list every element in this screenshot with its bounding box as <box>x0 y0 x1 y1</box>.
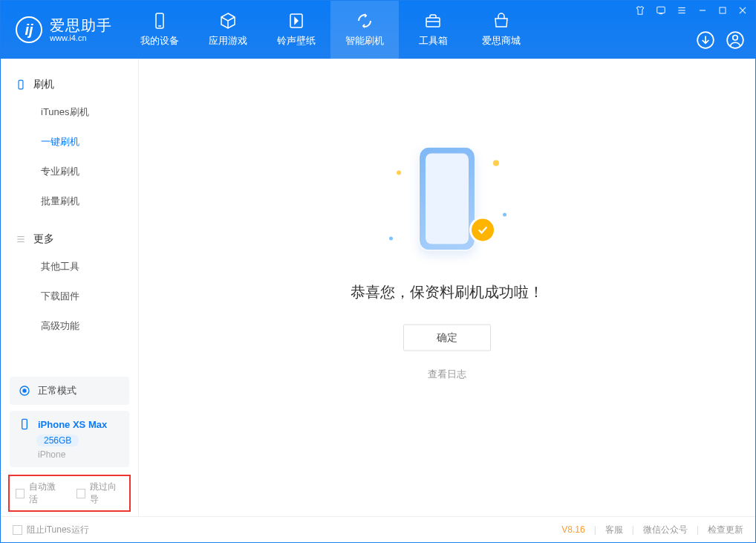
device-small-icon <box>19 418 30 430</box>
sidebar-item-pro[interactable]: 专业刷机 <box>1 157 138 186</box>
update-link[interactable]: 检查更新 <box>708 524 743 536</box>
success-illustration <box>380 140 514 259</box>
wallpaper-icon <box>287 12 305 30</box>
app-body: 刷机 iTunes刷机 一键刷机 专业刷机 批量刷机 更多 其他工具 下载固件 … <box>1 59 755 516</box>
footer-right: V8.16 | 客服 | 微信公众号 | 检查更新 <box>561 524 743 536</box>
sidebar-item-onekey[interactable]: 一键刷机 <box>1 127 138 157</box>
sidebar-item-other[interactable]: 其他工具 <box>1 252 138 282</box>
logo-icon: ij <box>16 16 42 43</box>
phone-icon <box>16 79 26 90</box>
download-icon[interactable] <box>696 30 715 50</box>
auto-activate-checkbox[interactable]: 自动激活 <box>16 481 63 506</box>
window-controls <box>635 5 748 16</box>
options-row: 自动激活 跳过向导 <box>8 475 131 512</box>
sidebar-item-itunes[interactable]: iTunes刷机 <box>1 97 138 127</box>
version-label: V8.16 <box>561 524 584 535</box>
device-icon <box>151 12 169 30</box>
user-icon[interactable] <box>726 30 745 50</box>
header-actions <box>696 30 745 50</box>
phone-illustration-icon <box>419 147 475 251</box>
app-title: 爱思助手 <box>50 17 112 33</box>
toolbox-icon <box>424 12 442 30</box>
svg-rect-9 <box>720 7 726 13</box>
view-log-link[interactable]: 查看日志 <box>351 368 544 381</box>
feedback-icon[interactable] <box>656 5 666 16</box>
svg-rect-4 <box>657 7 665 13</box>
list-icon <box>16 234 26 244</box>
block-itunes-checkbox[interactable]: 阻止iTunes运行 <box>13 524 89 536</box>
dot-icon <box>503 213 506 217</box>
svg-rect-3 <box>426 18 440 27</box>
footer: 阻止iTunes运行 V8.16 | 客服 | 微信公众号 | 检查更新 <box>1 516 755 542</box>
svg-point-14 <box>733 36 738 41</box>
nav-flash[interactable]: 智能刷机 <box>330 1 399 59</box>
nav-device[interactable]: 我的设备 <box>126 1 194 59</box>
store-icon <box>492 12 510 30</box>
sparkle-icon <box>397 171 401 175</box>
cube-icon <box>219 12 237 30</box>
logo-text: 爱思助手 www.i4.cn <box>50 17 112 42</box>
success-panel: 恭喜您，保资料刷机成功啦！ 确定 查看日志 <box>351 140 544 381</box>
sidebar-item-batch[interactable]: 批量刷机 <box>1 186 138 216</box>
checkmark-icon <box>469 217 496 244</box>
svg-rect-21 <box>22 419 27 429</box>
footer-left: 阻止iTunes运行 <box>13 524 89 536</box>
app-header: ij 爱思助手 www.i4.cn 我的设备 应用游戏 铃声壁纸 智能刷机 工具… <box>1 1 755 59</box>
logo-area: ij 爱思助手 www.i4.cn <box>1 1 126 59</box>
device-type: iPhone <box>38 449 120 460</box>
main-content: 恭喜您，保资料刷机成功啦！ 确定 查看日志 <box>139 59 755 516</box>
sidebar-item-advanced[interactable]: 高级功能 <box>1 311 138 341</box>
dot-icon <box>389 237 393 241</box>
wechat-link[interactable]: 微信公众号 <box>643 524 688 536</box>
mode-label: 正常模式 <box>38 384 76 397</box>
nav-tools[interactable]: 工具箱 <box>399 1 467 59</box>
sidebar-bottom: 正常模式 iPhone XS Max 256GB iPhone 自动激活 跳过向… <box>1 371 138 516</box>
mode-icon <box>19 385 30 397</box>
shirt-icon[interactable] <box>635 5 645 16</box>
mode-card[interactable]: 正常模式 <box>10 377 129 405</box>
ok-button[interactable]: 确定 <box>403 325 491 351</box>
refresh-icon <box>356 12 374 30</box>
device-name: iPhone XS Max <box>38 419 107 430</box>
svg-point-20 <box>23 389 26 392</box>
device-top: iPhone XS Max <box>19 418 120 430</box>
sidebar-item-firmware[interactable]: 下载固件 <box>1 282 138 311</box>
close-icon[interactable] <box>737 5 748 16</box>
nav-store[interactable]: 爱思商城 <box>467 1 535 59</box>
section-flash: 刷机 <box>1 72 138 97</box>
success-message: 恭喜您，保资料刷机成功啦！ <box>351 282 544 302</box>
app-site: www.i4.cn <box>50 33 112 42</box>
nav-tabs: 我的设备 应用游戏 铃声壁纸 智能刷机 工具箱 爱思商城 <box>126 1 535 59</box>
nav-apps[interactable]: 应用游戏 <box>194 1 262 59</box>
sidebar: 刷机 iTunes刷机 一键刷机 专业刷机 批量刷机 更多 其他工具 下载固件 … <box>1 59 139 516</box>
minimize-icon[interactable] <box>697 5 708 16</box>
menu-icon[interactable] <box>677 5 687 16</box>
sparkle-icon <box>493 160 499 166</box>
skip-guide-checkbox[interactable]: 跳过向导 <box>76 481 124 506</box>
device-card[interactable]: iPhone XS Max 256GB iPhone <box>10 411 129 467</box>
device-storage: 256GB <box>36 435 79 446</box>
maximize-icon[interactable] <box>718 6 727 15</box>
support-link[interactable]: 客服 <box>605 524 623 536</box>
section-more: 更多 <box>1 227 138 252</box>
svg-rect-15 <box>19 80 23 89</box>
nav-ring[interactable]: 铃声壁纸 <box>262 1 330 59</box>
